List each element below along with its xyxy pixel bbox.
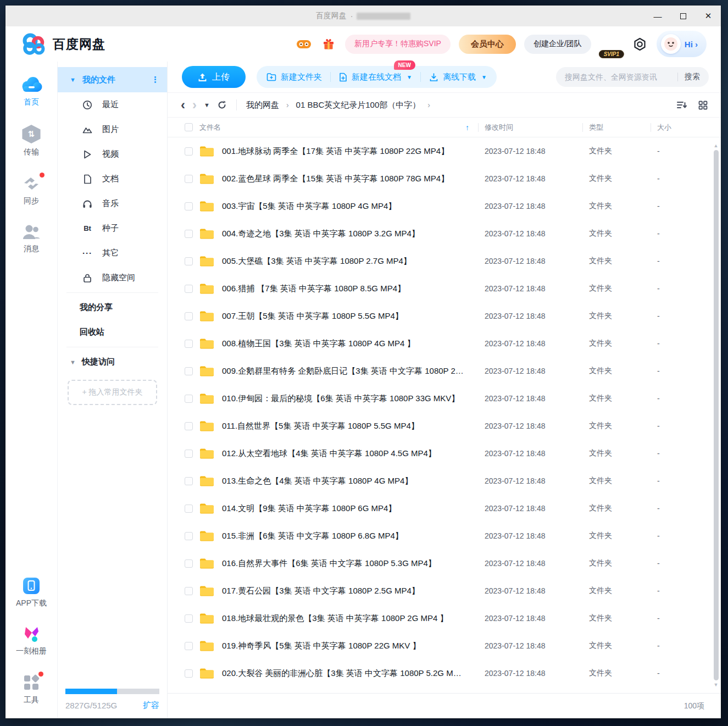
my-files-more-icon[interactable]: ⋮ [151,75,159,85]
rail-item-photos[interactable]: 一刻相册 [16,626,47,656]
create-enterprise-button[interactable]: 创建企业/团队 [524,35,591,54]
breadcrumb-current-folder[interactable]: 01 BBC英文纪录片100部（中字） [296,100,421,110]
file-row[interactable]: 007.王朝【5集 英语 中英字幕 1080P 5.5G MP4】 2023-0… [168,302,721,330]
new-folder-button[interactable]: 新建文件夹 [266,72,322,82]
scroll-down-icon[interactable]: ▼ [714,682,719,688]
sidebar-item-quick-access[interactable]: ▼ 快捷访问 [58,350,167,374]
file-row[interactable]: 013.生命之色【4集 英语 中英字幕 1080P 4G MP4】 2023-0… [168,467,721,495]
svip-promo-button[interactable]: 新用户专享！特惠购SVIP [345,35,451,54]
forward-button[interactable]: › [192,98,197,112]
sidebar-item-documents[interactable]: 文档 [58,167,167,191]
file-row[interactable]: 020.大裂谷 美丽的非洲心脏【3集 英语 中文字幕 1080P 5.2G MP… [168,660,721,687]
row-checkbox[interactable] [185,532,193,540]
column-header-modified[interactable]: 修改时间 [485,123,513,132]
row-checkbox[interactable] [185,559,193,568]
select-all-checkbox[interactable] [185,123,193,131]
rail-item-app-download[interactable]: APP下载 [16,577,47,608]
file-row[interactable]: 019.神奇季风【5集 英语 中英字幕 1080P 22G MKV 】 2023… [168,632,721,660]
row-checkbox[interactable] [185,587,193,595]
file-row[interactable]: 008.植物王国【3集 英语 中英字幕 1080P 4G MP4 】 2023-… [168,330,721,357]
column-header-type[interactable]: 类型 [589,123,603,132]
sidebar-item-recycle-bin[interactable]: 回收站 [58,320,167,345]
sort-ascending-icon[interactable]: ↑ [465,123,469,132]
file-row[interactable]: 017.黄石公园【3集 英语 中文字幕 1080P 2.5G MP4】 2023… [168,577,721,605]
file-row[interactable]: 004.奇迹之地【3集 英语 中英字幕 1080P 3.2G MP4】 2023… [168,220,721,247]
file-row[interactable]: 003.宇宙【5集 英语 中英字幕 1080P 4G MP4】 2023-07-… [168,192,721,220]
upload-button[interactable]: 上传 [182,66,246,88]
rail-item-transfer[interactable]: ⇅ 传输 [21,125,41,157]
file-row[interactable]: 010.伊甸园：最后的秘境【6集 英语 中英字幕 1080P 33G MKV】 … [168,385,721,412]
file-row[interactable]: 014.文明【9集 英语 中英字幕 1080P 6G MP4】 2023-07-… [168,495,721,522]
back-button[interactable]: ‹ [181,98,185,112]
sidebar-item-images[interactable]: 图片 [58,117,167,142]
sidebar-item-hidden-space[interactable]: 隐藏空间 [58,265,167,290]
file-row[interactable]: 015.非洲【6集 英语 中文字幕 1080P 6.8G MP4】 2023-0… [168,522,721,550]
row-checkbox[interactable] [185,477,193,485]
member-center-button[interactable]: 会员中心 [459,35,516,54]
user-avatar[interactable]: SVIP1 [599,32,624,56]
row-checkbox[interactable] [185,614,193,623]
sidebar-item-music[interactable]: 音乐 [58,191,167,216]
file-row[interactable]: 012.从太空看地球【4集 英语 中英字幕 1080P 4.5G MP4】 20… [168,440,721,467]
gift-icon[interactable] [320,36,337,52]
file-row[interactable]: 006.猎捕 【7集 英语 中英字幕 1080P 8.5G MP4】 2023-… [168,275,721,302]
file-row[interactable]: 002.蓝色星球 两季全【15集 英语 中英字幕 1080P 78G MP4】 … [168,165,721,192]
sort-order-icon[interactable] [676,101,687,109]
row-checkbox[interactable] [185,147,193,156]
sidebar-item-my-share[interactable]: 我的分享 [58,295,167,320]
file-row-partial[interactable] [168,687,721,693]
file-name: 016.自然界大事件【6集 英语 中文字幕 1080P 5.3G MP4】 [222,558,436,569]
column-header-name[interactable]: 文件名 [199,123,221,132]
row-checkbox[interactable] [185,257,193,265]
search-input[interactable] [565,73,671,81]
row-checkbox[interactable] [185,175,193,183]
close-button[interactable]: ✕ [696,5,721,26]
search-button[interactable]: 搜索 [685,72,700,82]
file-row[interactable]: 001.地球脉动 两季全【17集 英语 中英字幕 1080P 22G MP4】 … [168,137,721,165]
minimize-button[interactable]: — [645,5,670,26]
history-dropdown-caret-icon[interactable]: ▼ [204,102,210,108]
sidebar-item-others[interactable]: ··· 其它 [58,241,167,265]
row-checkbox[interactable] [185,422,193,430]
favorite-folder-drop-zone[interactable]: + 拖入常用文件夹 [68,380,157,405]
row-checkbox[interactable] [185,230,193,238]
row-checkbox[interactable] [185,202,193,210]
settings-gear-icon[interactable] [632,36,648,52]
rail-item-messages[interactable]: 消息 [22,224,41,254]
game-icon[interactable] [296,36,312,52]
row-checkbox[interactable] [185,285,193,293]
rail-item-sync[interactable]: 同步 [21,175,41,206]
file-row[interactable]: 005.大堡礁【3集 英语 中英字幕 1080P 2.7G MP4】 2023-… [168,247,721,275]
sidebar-item-my-files[interactable]: ▼ 我的文件 ⋮ [58,67,167,92]
assistant-widget[interactable]: Hi › [657,31,707,57]
expand-storage-link[interactable]: 扩容 [143,700,159,711]
refresh-button[interactable] [217,100,227,110]
maximize-button[interactable] [670,5,696,26]
sidebar-item-torrents[interactable]: Bt 种子 [58,216,167,241]
row-checkbox[interactable] [185,312,193,320]
file-row[interactable]: 018.地球最壮观的景色【3集 英语 中英字幕 1080P 2G MP4 】 2… [168,605,721,632]
breadcrumb-root[interactable]: 我的网盘 [246,100,279,110]
row-checkbox[interactable] [185,450,193,458]
row-checkbox[interactable] [185,505,193,513]
file-row[interactable]: 011.自然世界【5集 英语 中英字幕 1080P 5.5G MP4】 2023… [168,412,721,440]
scrollbar-thumb[interactable] [714,150,719,680]
column-header-size[interactable]: 大小 [657,123,671,132]
scrollbar[interactable]: ▲ ▼ [713,143,719,688]
row-checkbox[interactable] [185,340,193,348]
sidebar-item-recent[interactable]: 最近 [58,92,167,117]
row-checkbox[interactable] [185,395,193,403]
rail-item-tools[interactable]: 工具 [23,674,40,705]
new-online-doc-button[interactable]: NEW 新建在线文档 ▼ [339,72,412,82]
file-row[interactable]: 016.自然界大事件【6集 英语 中文字幕 1080P 5.3G MP4】 20… [168,550,721,577]
sidebar-item-videos[interactable]: 视频 [58,142,167,167]
rail-item-home[interactable]: 首页 [20,76,42,107]
row-checkbox[interactable] [185,642,193,650]
row-checkbox[interactable] [185,367,193,375]
grid-view-icon[interactable] [698,101,708,110]
file-size: - [651,339,721,348]
offline-download-button[interactable]: 离线下载 ▼ [429,72,487,82]
scroll-up-icon[interactable]: ▲ [714,143,719,148]
row-checkbox[interactable] [185,669,193,678]
file-row[interactable]: 009.企鹅群里有特务 企鹅卧底日记【3集 英语 中文字幕 1080P 2.5.… [168,357,721,385]
